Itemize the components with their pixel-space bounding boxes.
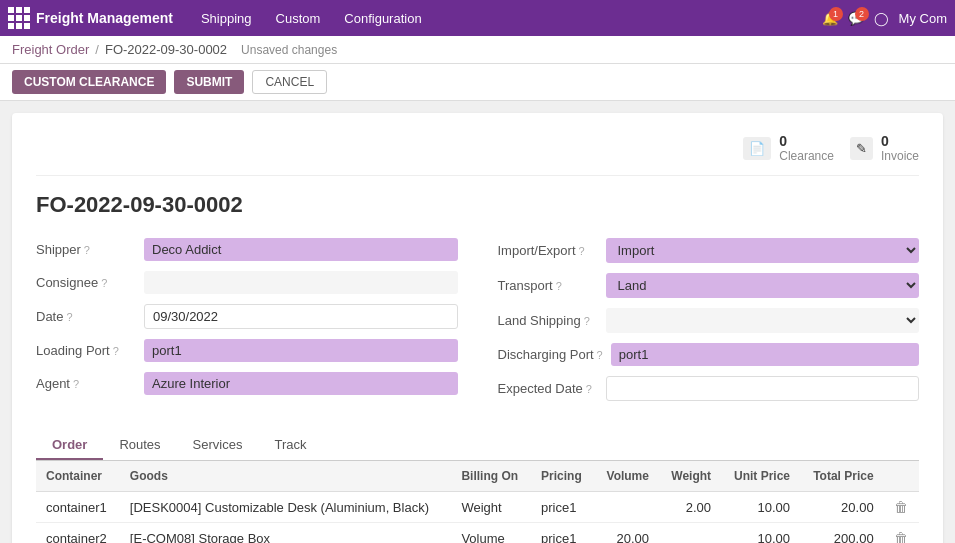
cell-pricing: price1 (531, 492, 594, 523)
menu-shipping[interactable]: Shipping (189, 0, 264, 36)
col-goods: Goods (120, 461, 452, 492)
tab-order[interactable]: Order (36, 431, 103, 460)
expected-date-help-icon: ? (586, 383, 592, 395)
discharging-port-help-icon: ? (597, 349, 603, 361)
unsaved-indicator: Unsaved changes (241, 43, 337, 57)
app-name: Freight Management (36, 10, 173, 26)
cell-total-price: 20.00 (800, 492, 884, 523)
cell-volume: 20.00 (594, 523, 659, 544)
chat-icon[interactable]: 💬 2 (848, 11, 864, 26)
col-unit-price: Unit Price (721, 461, 800, 492)
grid-icon (8, 7, 30, 29)
invoice-icon: ✎ (850, 137, 873, 160)
import-export-label: Import/Export ? (498, 243, 598, 258)
clearance-icon: 📄 (743, 137, 771, 160)
main-content: 📄 0 Clearance ✎ 0 Invoice FO-2022-09-30-… (0, 101, 955, 543)
stats-row: 📄 0 Clearance ✎ 0 Invoice (36, 133, 919, 176)
breadcrumb-parent[interactable]: Freight Order (12, 42, 89, 57)
import-export-help-icon: ? (579, 245, 585, 257)
custom-clearance-button[interactable]: CUSTOM CLEARANCE (12, 70, 166, 94)
cell-billing-on: Volume (451, 523, 531, 544)
discharging-port-label: Discharging Port ? (498, 347, 603, 362)
submit-button[interactable]: SUBMIT (174, 70, 244, 94)
cell-unit-price: 10.00 (721, 492, 800, 523)
form-card: 📄 0 Clearance ✎ 0 Invoice FO-2022-09-30-… (12, 113, 943, 543)
date-label: Date ? (36, 309, 136, 324)
land-shipping-help-icon: ? (584, 315, 590, 327)
table-row: container1 [DESK0004] Customizable Desk … (36, 492, 919, 523)
consignee-label: Consignee ? (36, 275, 136, 290)
transport-select[interactable]: Land Sea Air (606, 273, 920, 298)
cancel-button[interactable]: CANCEL (252, 70, 327, 94)
agent-help-icon: ? (73, 378, 79, 390)
shipper-input[interactable] (144, 238, 458, 261)
transport-row: Transport ? Land Sea Air (498, 273, 920, 298)
cell-delete[interactable]: 🗑 (884, 523, 919, 544)
updates-icon[interactable]: ◯ (874, 11, 889, 26)
date-row: Date ? (36, 304, 458, 329)
expected-date-label: Expected Date ? (498, 381, 598, 396)
shipper-label: Shipper ? (36, 242, 136, 257)
cell-volume (594, 492, 659, 523)
land-shipping-select[interactable] (606, 308, 920, 333)
cell-billing-on: Weight (451, 492, 531, 523)
expected-date-row: Expected Date ? (498, 376, 920, 401)
table-row: container2 [E-COM08] Storage Box Volume … (36, 523, 919, 544)
form-title: FO-2022-09-30-0002 (36, 192, 919, 218)
cell-pricing: price1 (531, 523, 594, 544)
loading-port-label: Loading Port ? (36, 343, 136, 358)
loading-port-row: Loading Port ? (36, 339, 458, 362)
col-pricing: Pricing (531, 461, 594, 492)
import-export-select[interactable]: Import Export (606, 238, 920, 263)
cell-unit-price: 10.00 (721, 523, 800, 544)
date-input[interactable] (144, 304, 458, 329)
bell-icon[interactable]: 🔔 1 (822, 11, 838, 26)
menu-configuration[interactable]: Configuration (332, 0, 433, 36)
notification-badge: 1 (829, 7, 843, 21)
consignee-row: Consignee ? (36, 271, 458, 294)
topnav-right: 🔔 1 💬 2 ◯ My Com (822, 11, 947, 26)
date-help-icon: ? (66, 311, 72, 323)
invoice-label: Invoice (881, 149, 919, 163)
agent-input[interactable] (144, 372, 458, 395)
tabs-row: Order Routes Services Track (36, 431, 919, 461)
cell-weight: 2.00 (659, 492, 721, 523)
loading-port-input[interactable] (144, 339, 458, 362)
consignee-help-icon: ? (101, 277, 107, 289)
col-total-price: Total Price (800, 461, 884, 492)
discharging-port-input[interactable] (611, 343, 919, 366)
cell-weight (659, 523, 721, 544)
invoice-stat[interactable]: ✎ 0 Invoice (850, 133, 919, 163)
cell-delete[interactable]: 🗑 (884, 492, 919, 523)
tab-track[interactable]: Track (258, 431, 322, 460)
cell-container: container2 (36, 523, 120, 544)
delete-row-icon[interactable]: 🗑 (894, 499, 908, 515)
cell-goods: [DESK0004] Customizable Desk (Aluminium,… (120, 492, 452, 523)
tab-services[interactable]: Services (177, 431, 259, 460)
transport-label: Transport ? (498, 278, 598, 293)
delete-row-icon[interactable]: 🗑 (894, 530, 908, 543)
col-billing-on: Billing On (451, 461, 531, 492)
col-volume: Volume (594, 461, 659, 492)
breadcrumb-current: FO-2022-09-30-0002 (105, 42, 227, 57)
agent-label: Agent ? (36, 376, 136, 391)
land-shipping-label: Land Shipping ? (498, 313, 598, 328)
cell-total-price: 200.00 (800, 523, 884, 544)
user-menu[interactable]: My Com (899, 11, 947, 26)
col-weight: Weight (659, 461, 721, 492)
clearance-count: 0 (779, 133, 834, 149)
clearance-stat[interactable]: 📄 0 Clearance (743, 133, 834, 163)
shipper-row: Shipper ? (36, 238, 458, 261)
consignee-input[interactable] (144, 271, 458, 294)
expected-date-input[interactable] (606, 376, 920, 401)
loading-port-help-icon: ? (113, 345, 119, 357)
app-logo[interactable]: Freight Management (8, 7, 173, 29)
land-shipping-row: Land Shipping ? (498, 308, 920, 333)
col-actions (884, 461, 919, 492)
tab-routes[interactable]: Routes (103, 431, 176, 460)
clearance-label: Clearance (779, 149, 834, 163)
menu-custom[interactable]: Custom (264, 0, 333, 36)
breadcrumb-bar: Freight Order / FO-2022-09-30-0002 Unsav… (0, 36, 955, 64)
cell-container: container1 (36, 492, 120, 523)
chat-badge: 2 (855, 7, 869, 21)
